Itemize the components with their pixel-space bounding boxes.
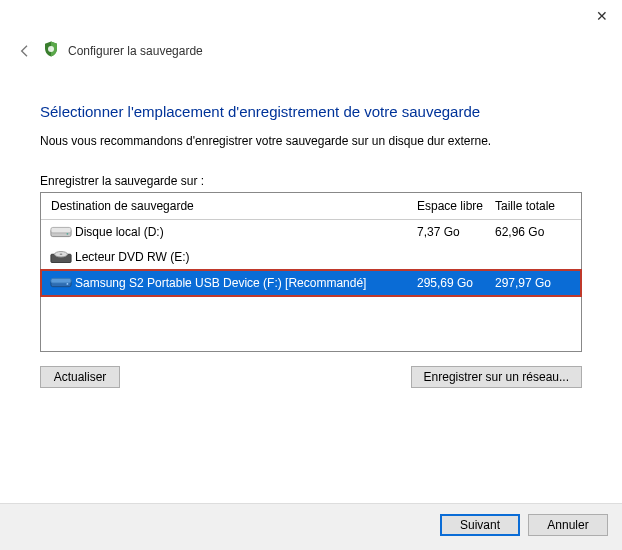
refresh-button[interactable]: Actualiser	[40, 366, 120, 388]
wizard-title: Configurer la sauvegarde	[68, 44, 203, 58]
list-header: Destination de sauvegarde Espace libre T…	[41, 193, 581, 220]
list-label: Enregistrer la sauvegarde sur :	[40, 174, 582, 188]
svg-point-0	[48, 46, 54, 52]
list-row[interactable]: Disque local (D:) 7,37 Go 62,96 Go	[41, 220, 581, 244]
row-destination: Samsung S2 Portable USB Device (F:) [Rec…	[75, 276, 417, 290]
list-row[interactable]: Samsung S2 Portable USB Device (F:) [Rec…	[41, 270, 581, 296]
row-total: 62,96 Go	[495, 225, 573, 239]
dvd-drive-icon	[47, 248, 75, 266]
page-subtext: Nous vous recommandons d'enregistrer vot…	[40, 134, 582, 148]
back-arrow-icon[interactable]	[16, 42, 34, 60]
backup-shield-icon	[42, 40, 60, 61]
svg-point-6	[60, 254, 63, 255]
row-destination: Disque local (D:)	[75, 225, 417, 239]
close-button[interactable]: ✕	[596, 8, 608, 24]
page-heading: Sélectionner l'emplacement d'enregistrem…	[40, 103, 582, 120]
wizard-footer: Suivant Annuler	[0, 503, 622, 550]
destination-list: Destination de sauvegarde Espace libre T…	[40, 192, 582, 352]
svg-rect-2	[51, 227, 71, 233]
row-free: 295,69 Go	[417, 276, 495, 290]
cancel-button[interactable]: Annuler	[528, 514, 608, 536]
usb-drive-icon	[47, 276, 75, 290]
row-destination: Lecteur DVD RW (E:)	[75, 250, 417, 264]
col-header-total[interactable]: Taille totale	[495, 199, 573, 213]
next-button[interactable]: Suivant	[440, 514, 520, 536]
row-free: 7,37 Go	[417, 225, 495, 239]
save-on-network-button[interactable]: Enregistrer sur un réseau...	[411, 366, 582, 388]
svg-point-3	[67, 233, 69, 235]
col-header-destination[interactable]: Destination de sauvegarde	[51, 199, 417, 213]
hdd-icon	[47, 224, 75, 240]
row-total: 297,97 Go	[495, 276, 573, 290]
wizard-header: Configurer la sauvegarde	[0, 0, 622, 67]
svg-point-9	[67, 283, 69, 285]
svg-rect-8	[51, 278, 71, 283]
list-row[interactable]: Lecteur DVD RW (E:)	[41, 244, 581, 270]
col-header-free[interactable]: Espace libre	[417, 199, 495, 213]
